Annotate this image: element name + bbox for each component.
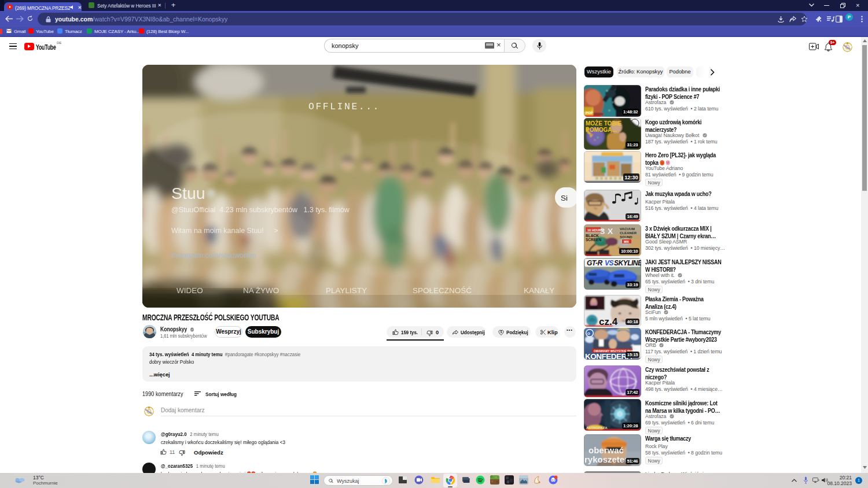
svg-text:VACUUM: VACUUM bbox=[620, 227, 635, 231]
svg-text:WIDEO: WIDEO bbox=[176, 286, 203, 295]
svg-text:MOŻE TOBIE: MOŻE TOBIE bbox=[586, 120, 621, 127]
svg-text:$: $ bbox=[501, 330, 502, 333]
svg-text:10 HOURS: 10 HOURS bbox=[587, 228, 604, 232]
svg-text:GT-R: GT-R bbox=[587, 259, 602, 267]
svg-text:NA ŻYWO: NA ŻYWO bbox=[243, 286, 279, 295]
svg-text:O: O bbox=[587, 332, 590, 335]
svg-text:SCREEN: SCREEN bbox=[586, 238, 601, 242]
svg-text:BLACK: BLACK bbox=[586, 234, 599, 238]
svg-text:VS: VS bbox=[605, 259, 614, 267]
svg-text:OFFLINE...: OFFLINE... bbox=[308, 101, 380, 112]
svg-text:KANAŁY: KANAŁY bbox=[524, 286, 554, 295]
svg-text:POMOGĄ...: POMOGĄ... bbox=[586, 127, 617, 133]
svg-text:SKYLINE: SKYLINE bbox=[614, 259, 641, 267]
svg-text:Witam na moim kanale Stuu!: Witam na moim kanale Stuu! > bbox=[171, 227, 278, 235]
svg-text:CLEANER: CLEANER bbox=[620, 231, 637, 235]
svg-text:SOUND: SOUND bbox=[620, 235, 632, 239]
svg-text:SPOŁECZNOŚĆ: SPOŁECZNOŚĆ bbox=[413, 286, 472, 295]
svg-text:instagram.com/stuuwortun: instagram.com/stuuwortun bbox=[171, 252, 256, 260]
svg-text:POP: POP bbox=[586, 111, 593, 114]
svg-text:MIX: MIX bbox=[624, 240, 630, 243]
svg-text:@StuuOfficial 4.23 mln subskr: @StuuOfficial 4.23 mln subskrybentów 1.3… bbox=[171, 206, 350, 214]
svg-text:ASTROFAZA: ASTROFAZA bbox=[586, 426, 608, 430]
svg-text:Si: Si bbox=[561, 194, 568, 202]
svg-text:PLAYLISTY: PLAYLISTY bbox=[326, 286, 367, 295]
svg-text:oberwać: oberwać bbox=[589, 445, 624, 455]
svg-text:Stuu: Stuu bbox=[171, 184, 205, 202]
svg-text:cz.4: cz.4 bbox=[599, 316, 618, 327]
